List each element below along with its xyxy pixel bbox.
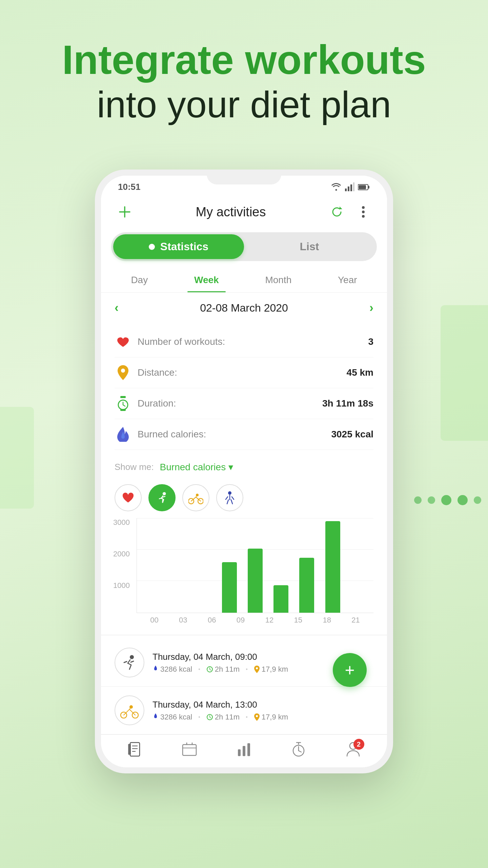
headline-bold: Integrate workouts xyxy=(0,37,488,82)
x-label-09: 09 xyxy=(226,616,255,625)
svg-line-30 xyxy=(210,669,211,670)
activity-icon-cycling xyxy=(115,695,144,725)
x-label-15: 15 xyxy=(284,616,312,625)
watch-icon xyxy=(115,395,131,412)
flame-icon xyxy=(115,426,131,443)
svg-rect-18 xyxy=(120,409,126,411)
wifi-icon xyxy=(331,183,342,191)
location-icon xyxy=(115,364,131,381)
duration-label: Duration: xyxy=(138,398,322,409)
svg-rect-2 xyxy=(348,186,349,191)
stats-icon xyxy=(236,741,252,758)
nav-timer[interactable] xyxy=(290,741,307,758)
stats-section: Number of workouts: 3 Distance: xyxy=(101,323,387,453)
decorative-dots-right xyxy=(414,495,488,505)
svg-point-11 xyxy=(362,206,365,209)
prev-date-button[interactable]: ‹ xyxy=(115,301,119,315)
background: Integrate workouts into your diet plan 1… xyxy=(0,0,488,868)
x-label-00: 00 xyxy=(140,616,169,625)
activity-date-2: Thursday, 04 March, 13:00 xyxy=(152,699,373,710)
workouts-stat-row: Number of workouts: 3 xyxy=(115,327,373,357)
cycling-filter-button[interactable] xyxy=(182,484,209,511)
svg-rect-16 xyxy=(120,396,126,398)
svg-point-14 xyxy=(121,369,125,373)
y-axis-labels: 3000 2000 1000 xyxy=(113,518,130,613)
show-me-value-text: Burned calories xyxy=(160,462,226,473)
show-me-row: Show me: Burned calories ▾ xyxy=(101,453,387,481)
list-tab[interactable]: List xyxy=(244,234,375,259)
dot-1 xyxy=(414,496,422,504)
svg-rect-4 xyxy=(353,182,354,191)
month-tab[interactable]: Month xyxy=(258,271,298,289)
diary-icon xyxy=(126,741,143,758)
calories-value: 3025 kcal xyxy=(331,429,373,440)
list-label: List xyxy=(300,240,319,253)
add-button[interactable] xyxy=(115,202,135,222)
svg-rect-3 xyxy=(350,184,352,191)
more-button[interactable] xyxy=(353,202,373,222)
activity-icon-running xyxy=(115,648,144,677)
date-range-label: 02-08 March 2020 xyxy=(200,302,288,314)
x-label-12: 12 xyxy=(255,616,284,625)
x-label-21: 21 xyxy=(341,616,370,625)
activity-distance-2: 17,9 km xyxy=(254,713,288,722)
svg-rect-50 xyxy=(247,743,250,756)
activity-stats-2: 3286 kcal • 2h 11m • 17,9 xyxy=(152,713,373,722)
segment-control: Statistics List xyxy=(111,232,377,261)
chart-bar-15 xyxy=(295,558,318,613)
duration-value: 3h 11m 18s xyxy=(322,398,373,409)
statistics-dot xyxy=(149,244,155,250)
signal-icon xyxy=(345,182,354,192)
show-me-selector[interactable]: Burned calories ▾ xyxy=(160,461,233,473)
svg-line-37 xyxy=(210,717,211,718)
y-label-3000: 3000 xyxy=(113,518,130,527)
statistics-tab[interactable]: Statistics xyxy=(113,234,244,259)
activity-calories-1: 3286 kcal xyxy=(152,665,192,674)
plans-icon xyxy=(181,741,198,758)
workouts-value: 3 xyxy=(368,336,373,347)
app-title: My activities xyxy=(196,205,266,219)
phone-frame: 10:51 xyxy=(95,170,393,773)
bottom-navigation: 2 xyxy=(101,734,387,767)
fab-add-button[interactable]: + xyxy=(333,653,367,687)
heart-icon xyxy=(115,333,131,350)
svg-line-20 xyxy=(123,405,125,406)
activity-item-2[interactable]: Thursday, 04 March, 13:00 3286 kcal • 2h… xyxy=(101,687,387,734)
status-time: 10:51 xyxy=(118,182,141,192)
chart-bar-18 xyxy=(321,521,344,613)
chart-bar-12 xyxy=(269,585,292,613)
year-tab[interactable]: Year xyxy=(331,271,364,289)
week-tab[interactable]: Week xyxy=(187,271,226,289)
show-me-arrow-icon: ▾ xyxy=(228,461,233,473)
nav-profile[interactable]: 2 xyxy=(345,741,362,758)
distance-value: 45 km xyxy=(347,367,373,378)
svg-line-53 xyxy=(299,751,301,752)
svg-point-22 xyxy=(163,492,166,495)
svg-rect-43 xyxy=(128,744,131,755)
nav-diary[interactable] xyxy=(126,741,143,758)
activity-distance-1: 17,9 km xyxy=(254,665,288,674)
statistics-label: Statistics xyxy=(160,240,208,253)
dot-4 xyxy=(458,495,468,505)
svg-point-38 xyxy=(256,715,258,717)
svg-marker-10 xyxy=(340,206,342,209)
profile-badge: 2 xyxy=(353,739,364,750)
next-date-button[interactable]: › xyxy=(369,301,373,315)
x-label-18: 18 xyxy=(312,616,341,625)
calories-stat-row: Burned calories: 3025 kcal xyxy=(115,419,373,450)
bg-decoration-right xyxy=(441,305,488,441)
all-filter-button[interactable] xyxy=(115,484,142,511)
show-me-label: Show me: xyxy=(115,462,154,472)
svg-point-27 xyxy=(130,655,134,659)
refresh-button[interactable] xyxy=(327,202,347,222)
day-tab[interactable]: Day xyxy=(124,271,155,289)
walking-filter-button[interactable] xyxy=(216,484,243,511)
y-label-2000: 2000 xyxy=(113,550,130,558)
running-filter-button[interactable] xyxy=(148,484,176,511)
nav-plans[interactable] xyxy=(181,741,198,758)
app-header: My activities xyxy=(101,195,387,229)
svg-rect-39 xyxy=(130,743,140,756)
svg-point-15 xyxy=(122,377,124,379)
nav-stats[interactable] xyxy=(236,741,252,758)
activity-duration-1: 2h 11m xyxy=(206,665,240,674)
